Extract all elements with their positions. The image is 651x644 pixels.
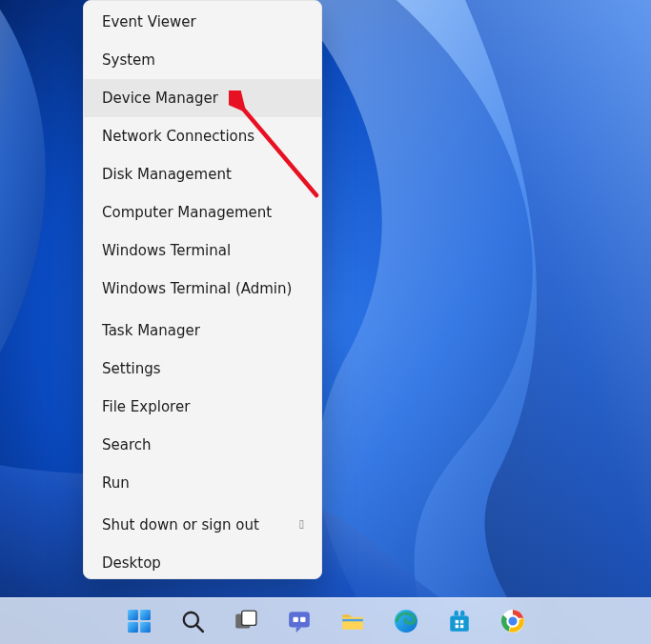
- screenshot-viewport: Event Viewer System Device Manager Netwo…: [0, 0, 651, 644]
- task-view-button[interactable]: [223, 598, 269, 644]
- svg-rect-2: [128, 610, 138, 620]
- menu-item-run[interactable]: Run: [84, 464, 321, 502]
- winx-menu[interactable]: Event Viewer System Device Manager Netwo…: [83, 0, 322, 579]
- menu-item-event-viewer[interactable]: Event Viewer: [84, 3, 321, 41]
- svg-rect-5: [140, 622, 151, 633]
- menu-item-windows-terminal-admin[interactable]: Windows Terminal (Admin): [84, 270, 321, 308]
- chat-icon: [287, 609, 312, 634]
- edge-button[interactable]: [383, 598, 429, 644]
- chrome-button[interactable]: [490, 598, 536, 644]
- menu-item-task-manager[interactable]: Task Manager: [84, 312, 321, 350]
- menu-item-label: Run: [102, 464, 130, 502]
- menu-item-label: Task Manager: [102, 312, 200, 350]
- menu-item-network-connections[interactable]: Network Connections: [84, 117, 321, 155]
- menu-item-system[interactable]: System: [84, 41, 321, 79]
- start-button[interactable]: [116, 598, 162, 644]
- svg-rect-10: [289, 612, 310, 627]
- chevron-right-icon: : [299, 506, 306, 544]
- menu-item-label: Windows Terminal: [102, 231, 231, 270]
- svg-rect-3: [140, 610, 151, 620]
- start-icon: [127, 609, 152, 634]
- menu-item-label: Windows Terminal (Admin): [102, 270, 292, 308]
- store-button[interactable]: [437, 598, 482, 644]
- menu-item-shut-down-or-sign-out[interactable]: Shut down or sign out : [84, 506, 321, 544]
- menu-item-label: Computer Management: [102, 193, 272, 231]
- menu-item-label: Network Connections: [102, 117, 254, 155]
- menu-item-label: System: [102, 41, 155, 79]
- menu-item-label: Event Viewer: [102, 3, 196, 41]
- search-button[interactable]: [170, 598, 215, 644]
- file-explorer-button[interactable]: [330, 598, 376, 644]
- menu-item-desktop[interactable]: Desktop: [84, 544, 321, 579]
- task-view-icon: [234, 609, 258, 634]
- menu-item-label: Search: [102, 426, 152, 464]
- menu-item-label: Shut down or sign out: [102, 506, 259, 544]
- svg-rect-18: [455, 625, 458, 628]
- chrome-icon: [500, 609, 525, 634]
- menu-item-label: Desktop: [102, 544, 161, 579]
- svg-rect-4: [128, 622, 138, 633]
- svg-rect-19: [459, 625, 462, 628]
- svg-rect-16: [455, 620, 458, 623]
- svg-rect-13: [342, 619, 363, 621]
- svg-rect-11: [293, 617, 297, 622]
- menu-item-label: Disk Management: [102, 155, 232, 193]
- search-icon: [180, 609, 205, 634]
- svg-rect-15: [450, 616, 469, 632]
- edge-icon: [394, 609, 418, 634]
- menu-item-label: File Explorer: [102, 388, 190, 426]
- svg-line-7: [196, 625, 203, 632]
- menu-item-device-manager[interactable]: Device Manager: [84, 79, 321, 117]
- menu-item-disk-management[interactable]: Disk Management: [84, 155, 321, 193]
- menu-item-computer-management[interactable]: Computer Management: [84, 193, 321, 231]
- svg-rect-9: [241, 611, 255, 625]
- taskbar: [0, 597, 651, 644]
- menu-item-settings[interactable]: Settings: [84, 350, 321, 388]
- menu-item-file-explorer[interactable]: File Explorer: [84, 388, 321, 426]
- menu-item-windows-terminal[interactable]: Windows Terminal: [84, 231, 321, 270]
- store-icon: [447, 609, 472, 634]
- svg-rect-12: [300, 617, 305, 622]
- svg-rect-17: [459, 620, 462, 623]
- chat-button[interactable]: [276, 598, 322, 644]
- menu-item-label: Settings: [102, 350, 161, 388]
- menu-item-label: Device Manager: [102, 79, 218, 117]
- file-explorer-icon: [340, 609, 365, 634]
- menu-item-search[interactable]: Search: [84, 426, 321, 464]
